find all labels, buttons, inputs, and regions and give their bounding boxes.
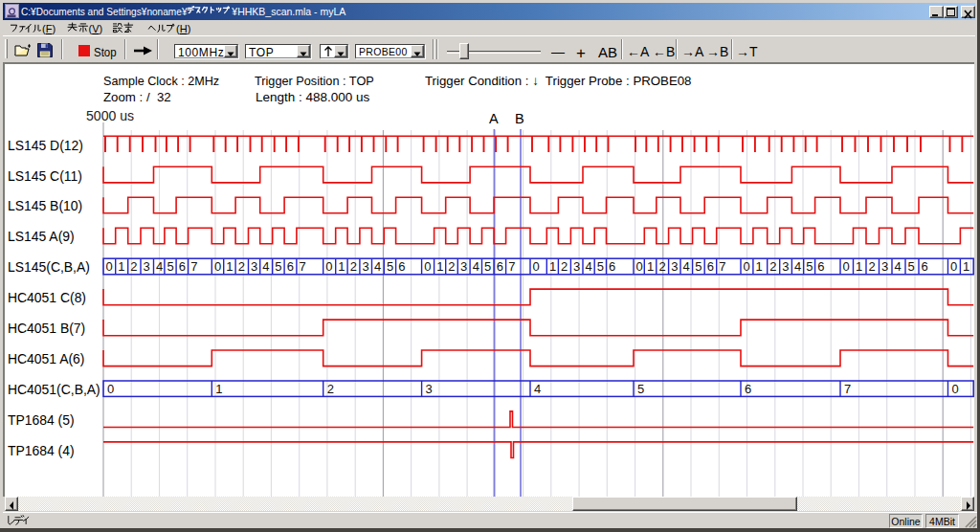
svg-text:1: 1 xyxy=(226,259,233,274)
svg-text:5: 5 xyxy=(637,382,644,396)
svg-text:0: 0 xyxy=(424,259,431,274)
svg-text:3: 3 xyxy=(363,259,369,274)
svg-text:1: 1 xyxy=(215,382,222,396)
svg-text:3: 3 xyxy=(671,259,678,274)
svg-text:7: 7 xyxy=(844,382,851,396)
svg-text:6: 6 xyxy=(707,259,714,274)
svg-text:0: 0 xyxy=(107,382,114,396)
svg-text:1: 1 xyxy=(338,259,345,274)
svg-text:5: 5 xyxy=(597,259,604,274)
svg-text:6: 6 xyxy=(817,259,824,274)
svg-text:2: 2 xyxy=(130,259,137,274)
svg-text:4: 4 xyxy=(156,259,163,274)
svg-text:3: 3 xyxy=(144,259,150,274)
svg-text:4: 4 xyxy=(473,259,479,274)
svg-text:0: 0 xyxy=(533,259,540,274)
svg-text:6: 6 xyxy=(745,382,751,396)
svg-text:5: 5 xyxy=(806,259,813,274)
svg-text:2: 2 xyxy=(350,259,357,274)
svg-text:6: 6 xyxy=(179,259,186,274)
svg-text:3: 3 xyxy=(460,259,467,274)
svg-text:5: 5 xyxy=(908,259,915,274)
svg-text:2: 2 xyxy=(238,259,245,274)
svg-text:1: 1 xyxy=(756,259,763,274)
svg-text:0: 0 xyxy=(843,259,850,274)
svg-text:3: 3 xyxy=(251,259,257,274)
svg-text:5: 5 xyxy=(167,259,174,274)
svg-text:5: 5 xyxy=(387,259,393,274)
svg-text:1: 1 xyxy=(963,259,969,274)
svg-text:1: 1 xyxy=(118,259,124,274)
svg-text:6: 6 xyxy=(609,259,615,274)
svg-text:2: 2 xyxy=(561,259,568,274)
svg-text:4: 4 xyxy=(374,259,381,274)
svg-text:6: 6 xyxy=(287,259,294,274)
svg-text:7: 7 xyxy=(300,259,306,274)
svg-text:4: 4 xyxy=(586,259,592,274)
svg-text:0: 0 xyxy=(636,259,643,274)
svg-text:4: 4 xyxy=(895,259,902,274)
svg-text:2: 2 xyxy=(448,259,455,274)
svg-text:4: 4 xyxy=(683,259,690,274)
svg-text:0: 0 xyxy=(744,259,750,274)
svg-text:5: 5 xyxy=(695,259,702,274)
svg-text:6: 6 xyxy=(398,259,405,274)
svg-text:5: 5 xyxy=(275,259,281,274)
svg-text:2: 2 xyxy=(769,259,776,274)
svg-text:6: 6 xyxy=(497,259,503,274)
svg-text:1: 1 xyxy=(549,259,556,274)
svg-text:3: 3 xyxy=(782,259,789,274)
svg-text:7: 7 xyxy=(719,259,725,274)
svg-text:1: 1 xyxy=(856,259,862,274)
svg-text:0: 0 xyxy=(214,259,221,274)
svg-text:3: 3 xyxy=(426,382,433,396)
svg-text:7: 7 xyxy=(508,259,515,274)
svg-text:0: 0 xyxy=(106,259,113,274)
svg-text:3: 3 xyxy=(881,259,888,274)
svg-text:4: 4 xyxy=(794,259,801,274)
svg-text:5: 5 xyxy=(484,259,491,274)
svg-text:0: 0 xyxy=(950,259,957,274)
svg-text:7: 7 xyxy=(190,259,197,274)
svg-text:1: 1 xyxy=(436,259,443,274)
svg-text:3: 3 xyxy=(573,259,580,274)
svg-text:0: 0 xyxy=(325,259,332,274)
svg-text:1: 1 xyxy=(647,259,654,274)
svg-text:2: 2 xyxy=(327,382,334,396)
svg-text:2: 2 xyxy=(869,259,876,274)
svg-text:4: 4 xyxy=(534,382,541,396)
svg-text:2: 2 xyxy=(658,259,665,274)
svg-text:4: 4 xyxy=(262,259,269,274)
svg-text:0: 0 xyxy=(952,382,959,396)
svg-text:6: 6 xyxy=(922,259,928,274)
